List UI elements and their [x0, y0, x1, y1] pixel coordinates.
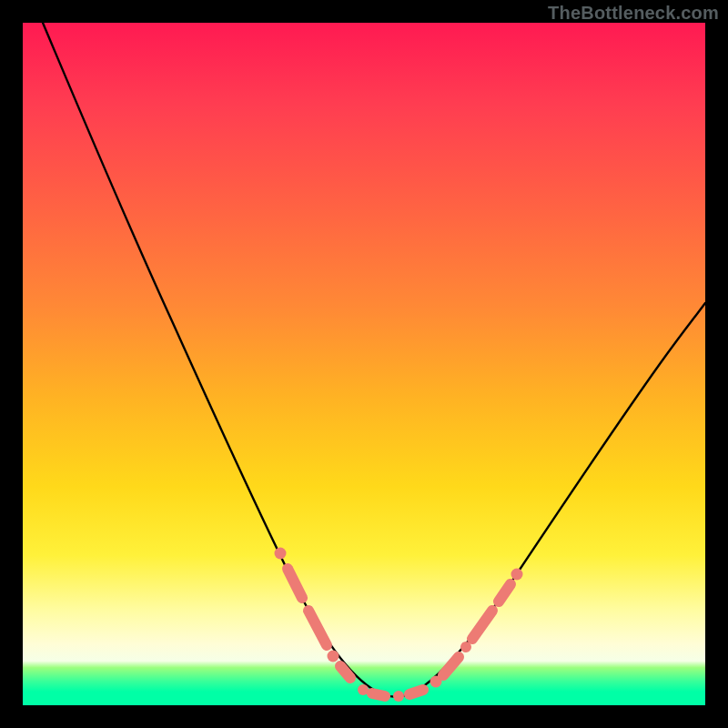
bottleneck-curve	[43, 23, 705, 697]
marker-segment	[443, 657, 459, 675]
marker-segment	[308, 611, 327, 645]
marker-dot	[275, 548, 287, 560]
chart-frame	[23, 23, 705, 705]
marker-dot	[328, 651, 339, 662]
marker-segment	[472, 611, 492, 639]
marker-segment	[372, 693, 385, 696]
marker-dot	[393, 691, 404, 702]
chart-svg	[23, 23, 705, 705]
marker-segment	[340, 666, 350, 678]
watermark-text: TheBottleneck.com	[548, 3, 719, 24]
marker-segment	[410, 690, 423, 694]
marker-dot	[511, 569, 523, 581]
marker-segment	[499, 584, 511, 602]
marker-segment	[288, 569, 302, 598]
